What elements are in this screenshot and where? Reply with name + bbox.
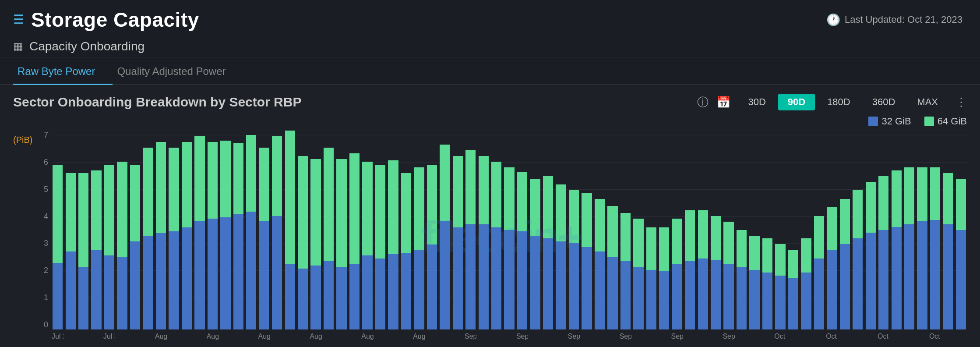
time-btn-max[interactable]: MAX [907,94,948,110]
chart-toolbar: Sector Onboarding Breakdown by Sector RB… [13,94,967,110]
bar-stack[interactable] [827,207,837,329]
bar-stack[interactable] [298,156,308,329]
x-axis-label: Jul 25,23 [52,333,63,340]
bar-stack[interactable] [620,213,631,329]
bar-stack[interactable] [479,156,489,329]
bar-stack[interactable] [401,173,411,329]
bar-stack[interactable] [246,135,256,329]
bar-segment-32gib [749,270,759,329]
bar-segment-32gib [66,251,76,329]
bar-stack[interactable] [53,165,63,329]
bar-stack[interactable] [375,165,385,329]
bar-stack[interactable] [530,179,540,329]
bar-stack[interactable] [595,199,605,329]
bar-segment-64gib [956,179,966,230]
bar-stack[interactable] [504,167,514,329]
bar-stack[interactable] [414,167,424,329]
bar-stack[interactable] [272,136,282,329]
bar-segment-64gib [104,165,114,256]
bar-stack[interactable] [91,170,101,329]
bar-stack[interactable] [182,142,192,329]
bar-stack[interactable] [143,148,153,329]
bar-stack[interactable] [324,148,334,329]
bar-stack[interactable] [956,179,966,329]
bar-stack[interactable] [943,173,953,329]
time-btn-90d[interactable]: 90D [778,94,815,110]
bar-stack[interactable] [117,162,127,329]
bar-stack[interactable] [749,236,759,329]
bar-stack[interactable] [775,244,785,329]
bar-stack[interactable] [607,206,617,329]
bar-stack[interactable] [788,250,798,329]
bar-segment-64gib [749,236,759,270]
bar-stack[interactable] [904,167,914,329]
hamburger-icon[interactable]: ☰ [13,14,24,26]
time-btn-360d[interactable]: 360D [863,94,905,110]
bar-stack[interactable] [517,172,527,329]
legend-label-64gib: 64 GiB [938,116,967,127]
bar-stack[interactable] [569,190,579,329]
bar-stack[interactable] [233,143,243,329]
bar-stack[interactable] [685,210,695,329]
bar-stack[interactable] [853,190,863,329]
bar-stack[interactable] [310,159,321,329]
bar-stack[interactable] [840,199,850,329]
bar-stack[interactable] [104,165,114,329]
bar-stack[interactable] [737,230,747,329]
bar-group [194,131,205,329]
bar-stack[interactable] [130,165,140,329]
bar-stack[interactable] [285,131,295,329]
bar-stack[interactable] [194,136,204,329]
bar-stack[interactable] [801,238,811,329]
bar-group [645,131,657,329]
bar-stack[interactable] [672,219,682,329]
bar-stack[interactable] [440,145,450,329]
bar-stack[interactable] [892,170,902,329]
bar-segment-64gib [169,148,179,231]
bar-stack[interactable] [388,160,398,329]
x-axis-label: Sep 03,23 [465,333,476,340]
bar-stack[interactable] [465,150,476,329]
bar-stack[interactable] [336,159,346,329]
bar-segment-32gib [672,264,682,329]
bar-stack[interactable] [762,238,772,329]
bar-stack[interactable] [582,193,592,329]
bar-segment-64gib [762,238,772,273]
bar-stack[interactable] [646,227,656,329]
tab-raw-byte-power[interactable]: Raw Byte Power [13,57,113,85]
bar-stack[interactable] [543,176,553,329]
bar-stack[interactable] [866,182,876,329]
more-options-icon[interactable]: ⋮ [955,96,967,109]
bar-stack[interactable] [169,148,179,329]
bar-stack[interactable] [259,148,269,329]
calendar-icon[interactable]: 📅 [716,96,730,109]
bar-stack[interactable] [930,167,940,329]
bar-stack[interactable] [878,176,888,329]
bar-stack[interactable] [362,162,372,329]
bar-stack[interactable] [66,173,76,329]
bar-stack[interactable] [814,216,824,329]
tab-quality-adjusted-power[interactable]: Quality Adjusted Power [113,57,243,85]
bar-segment-32gib [336,267,346,329]
bar-stack[interactable] [711,216,721,329]
bar-stack[interactable] [723,222,733,329]
bar-stack[interactable] [491,162,501,329]
bar-stack[interactable] [156,142,166,329]
chart-content: 76543210 Jul 25,23Jul 30,23Aug 04,23Aug … [35,131,967,343]
bar-segment-32gib [711,260,721,329]
bar-stack[interactable] [220,141,230,329]
bar-stack[interactable] [208,142,218,329]
info-icon[interactable]: ⓘ [697,95,709,110]
time-btn-180d[interactable]: 180D [818,94,860,110]
time-btn-30d[interactable]: 30D [738,94,775,110]
bar-group [103,131,115,329]
bar-stack[interactable] [659,227,669,329]
bar-stack[interactable] [427,165,437,329]
bar-stack[interactable] [633,219,643,329]
bar-stack[interactable] [349,153,360,329]
bar-stack[interactable] [556,184,566,329]
bar-stack[interactable] [78,173,88,329]
bar-stack[interactable] [453,156,463,329]
bar-stack[interactable] [698,210,708,329]
bar-stack[interactable] [917,167,927,329]
